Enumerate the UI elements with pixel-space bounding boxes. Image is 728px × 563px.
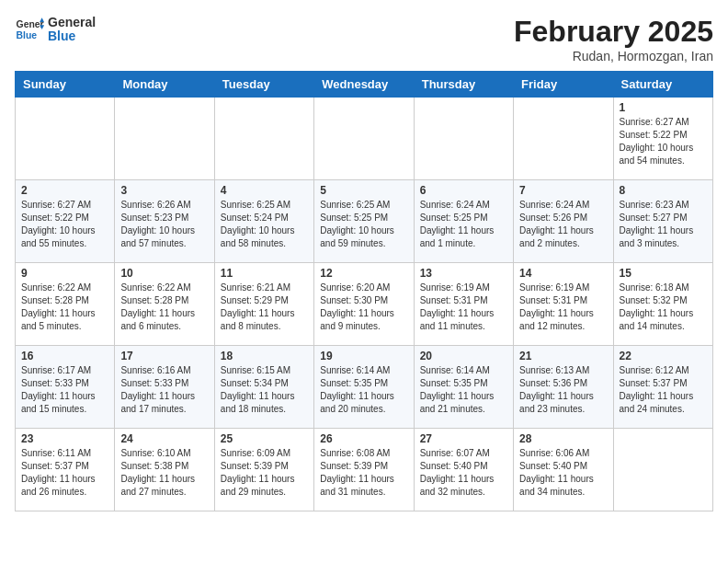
day-info: Sunrise: 6:09 AM Sunset: 5:39 PM Dayligh… — [221, 447, 308, 499]
day-number: 26 — [320, 432, 407, 445]
day-info: Sunrise: 6:24 AM Sunset: 5:26 PM Dayligh… — [519, 199, 607, 250]
logo-general: General — [48, 16, 96, 29]
calendar-cell — [16, 98, 115, 180]
day-number: 27 — [420, 432, 507, 445]
calendar-cell: 10Sunrise: 6:22 AM Sunset: 5:28 PM Dayli… — [115, 263, 214, 346]
day-number: 20 — [420, 350, 507, 362]
day-info: Sunrise: 6:16 AM Sunset: 5:33 PM Dayligh… — [120, 364, 208, 416]
week-row-1: 1Sunrise: 6:27 AM Sunset: 5:22 PM Daylig… — [16, 98, 713, 180]
day-info: Sunrise: 6:15 AM Sunset: 5:34 PM Dayligh… — [221, 364, 308, 416]
page-header: General Blue General Blue February 2025 … — [15, 15, 713, 63]
day-info: Sunrise: 6:19 AM Sunset: 5:31 PM Dayligh… — [420, 282, 507, 333]
day-number: 25 — [221, 432, 308, 445]
calendar-cell — [115, 98, 214, 180]
calendar-cell: 11Sunrise: 6:21 AM Sunset: 5:29 PM Dayli… — [214, 263, 313, 346]
calendar-cell: 28Sunrise: 6:06 AM Sunset: 5:40 PM Dayli… — [514, 429, 613, 511]
day-info: Sunrise: 6:27 AM Sunset: 5:22 PM Dayligh… — [620, 116, 707, 167]
day-info: Sunrise: 6:17 AM Sunset: 5:33 PM Dayligh… — [21, 364, 108, 416]
calendar-cell: 17Sunrise: 6:16 AM Sunset: 5:33 PM Dayli… — [115, 346, 214, 429]
calendar-cell: 22Sunrise: 6:12 AM Sunset: 5:37 PM Dayli… — [613, 346, 712, 429]
day-info: Sunrise: 6:12 AM Sunset: 5:37 PM Dayligh… — [620, 364, 707, 416]
day-info: Sunrise: 6:23 AM Sunset: 5:27 PM Dayligh… — [620, 199, 707, 250]
day-number: 24 — [120, 432, 208, 445]
calendar-cell: 9Sunrise: 6:22 AM Sunset: 5:28 PM Daylig… — [16, 263, 115, 346]
calendar-cell: 23Sunrise: 6:11 AM Sunset: 5:37 PM Dayli… — [16, 429, 115, 511]
calendar-cell — [613, 429, 712, 511]
calendar-cell: 8Sunrise: 6:23 AM Sunset: 5:27 PM Daylig… — [613, 180, 712, 263]
calendar-cell: 27Sunrise: 6:07 AM Sunset: 5:40 PM Dayli… — [414, 429, 513, 511]
weekday-header-saturday: Saturday — [613, 72, 712, 98]
day-number: 11 — [221, 267, 308, 280]
logo: General Blue General Blue — [15, 15, 96, 44]
day-number: 14 — [519, 267, 607, 280]
day-info: Sunrise: 6:22 AM Sunset: 5:28 PM Dayligh… — [21, 282, 108, 333]
day-info: Sunrise: 6:14 AM Sunset: 5:35 PM Dayligh… — [420, 364, 507, 416]
day-info: Sunrise: 6:14 AM Sunset: 5:35 PM Dayligh… — [320, 364, 407, 416]
day-number: 12 — [320, 267, 407, 280]
svg-text:Blue: Blue — [17, 30, 38, 40]
calendar-cell: 15Sunrise: 6:18 AM Sunset: 5:32 PM Dayli… — [613, 263, 712, 346]
day-number: 22 — [620, 350, 707, 362]
day-info: Sunrise: 6:25 AM Sunset: 5:24 PM Dayligh… — [221, 199, 308, 250]
calendar-cell: 21Sunrise: 6:13 AM Sunset: 5:36 PM Dayli… — [514, 346, 613, 429]
calendar-title: February 2025 — [514, 15, 713, 49]
day-info: Sunrise: 6:24 AM Sunset: 5:25 PM Dayligh… — [420, 199, 507, 250]
day-number: 15 — [620, 267, 707, 280]
day-number: 7 — [519, 184, 607, 197]
calendar-cell: 14Sunrise: 6:19 AM Sunset: 5:31 PM Dayli… — [514, 263, 613, 346]
week-row-5: 23Sunrise: 6:11 AM Sunset: 5:37 PM Dayli… — [16, 429, 713, 511]
calendar-cell — [514, 98, 613, 180]
day-number: 16 — [21, 350, 108, 362]
calendar-cell: 4Sunrise: 6:25 AM Sunset: 5:24 PM Daylig… — [214, 180, 313, 263]
day-number: 23 — [21, 432, 108, 445]
calendar-subtitle: Rudan, Hormozgan, Iran — [514, 49, 713, 63]
weekday-header-sunday: Sunday — [16, 72, 115, 98]
calendar-cell: 24Sunrise: 6:10 AM Sunset: 5:38 PM Dayli… — [115, 429, 214, 511]
calendar-cell: 5Sunrise: 6:25 AM Sunset: 5:25 PM Daylig… — [314, 180, 414, 263]
day-info: Sunrise: 6:13 AM Sunset: 5:36 PM Dayligh… — [519, 364, 607, 416]
day-number: 28 — [519, 432, 607, 445]
calendar-cell: 2Sunrise: 6:27 AM Sunset: 5:22 PM Daylig… — [16, 180, 115, 263]
day-number: 17 — [120, 350, 208, 362]
logo-icon: General Blue — [15, 15, 44, 44]
week-row-2: 2Sunrise: 6:27 AM Sunset: 5:22 PM Daylig… — [16, 180, 713, 263]
calendar-cell — [414, 98, 513, 180]
day-number: 21 — [519, 350, 607, 362]
calendar-cell: 18Sunrise: 6:15 AM Sunset: 5:34 PM Dayli… — [214, 346, 313, 429]
day-number: 4 — [221, 184, 308, 197]
day-info: Sunrise: 6:11 AM Sunset: 5:37 PM Dayligh… — [21, 447, 108, 499]
day-number: 2 — [21, 184, 108, 197]
calendar-cell: 13Sunrise: 6:19 AM Sunset: 5:31 PM Dayli… — [414, 263, 513, 346]
day-info: Sunrise: 6:25 AM Sunset: 5:25 PM Dayligh… — [320, 199, 407, 250]
weekday-header-monday: Monday — [115, 72, 214, 98]
week-row-4: 16Sunrise: 6:17 AM Sunset: 5:33 PM Dayli… — [16, 346, 713, 429]
calendar-table: SundayMondayTuesdayWednesdayThursdayFrid… — [15, 71, 713, 511]
calendar-cell: 16Sunrise: 6:17 AM Sunset: 5:33 PM Dayli… — [16, 346, 115, 429]
day-number: 6 — [420, 184, 507, 197]
calendar-cell: 20Sunrise: 6:14 AM Sunset: 5:35 PM Dayli… — [414, 346, 513, 429]
calendar-cell: 19Sunrise: 6:14 AM Sunset: 5:35 PM Dayli… — [314, 346, 414, 429]
day-number: 1 — [620, 101, 707, 114]
weekday-header-tuesday: Tuesday — [214, 72, 313, 98]
calendar-cell: 26Sunrise: 6:08 AM Sunset: 5:39 PM Dayli… — [314, 429, 414, 511]
day-info: Sunrise: 6:20 AM Sunset: 5:30 PM Dayligh… — [320, 282, 407, 333]
day-number: 5 — [320, 184, 407, 197]
day-info: Sunrise: 6:07 AM Sunset: 5:40 PM Dayligh… — [420, 447, 507, 499]
weekday-header-thursday: Thursday — [414, 72, 513, 98]
logo-blue: Blue — [48, 29, 96, 43]
day-info: Sunrise: 6:27 AM Sunset: 5:22 PM Dayligh… — [21, 199, 108, 250]
day-info: Sunrise: 6:18 AM Sunset: 5:32 PM Dayligh… — [620, 282, 707, 333]
day-info: Sunrise: 6:26 AM Sunset: 5:23 PM Dayligh… — [120, 199, 208, 250]
day-info: Sunrise: 6:10 AM Sunset: 5:38 PM Dayligh… — [120, 447, 208, 499]
day-info: Sunrise: 6:06 AM Sunset: 5:40 PM Dayligh… — [519, 447, 607, 499]
day-info: Sunrise: 6:19 AM Sunset: 5:31 PM Dayligh… — [519, 282, 607, 333]
calendar-cell — [314, 98, 414, 180]
calendar-cell: 6Sunrise: 6:24 AM Sunset: 5:25 PM Daylig… — [414, 180, 513, 263]
calendar-cell: 25Sunrise: 6:09 AM Sunset: 5:39 PM Dayli… — [214, 429, 313, 511]
calendar-cell — [214, 98, 313, 180]
day-number: 9 — [21, 267, 108, 280]
day-number: 18 — [221, 350, 308, 362]
calendar-cell: 7Sunrise: 6:24 AM Sunset: 5:26 PM Daylig… — [514, 180, 613, 263]
day-info: Sunrise: 6:22 AM Sunset: 5:28 PM Dayligh… — [120, 282, 208, 333]
week-row-3: 9Sunrise: 6:22 AM Sunset: 5:28 PM Daylig… — [16, 263, 713, 346]
